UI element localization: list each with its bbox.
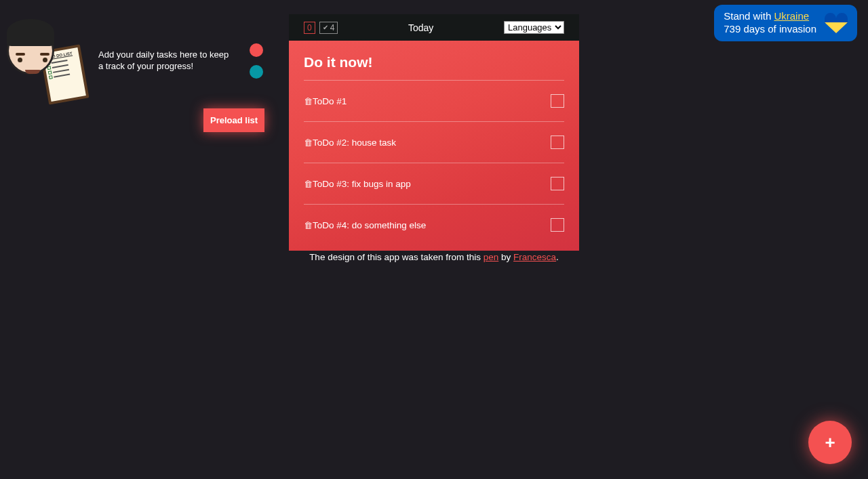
date-label: Today [408, 22, 433, 33]
trash-icon[interactable]: 🗑 [304, 96, 313, 106]
todo-checkbox[interactable] [551, 177, 564, 190]
card-title: Do it now! [304, 54, 564, 70]
todo-count-badge: ✔ 4 [319, 22, 338, 34]
ukraine-heart-icon [825, 13, 848, 33]
credit-pen-link[interactable]: pen [484, 252, 499, 262]
todo-text: ToDo #4: do something else [313, 220, 426, 230]
ukraine-line1: Stand with Ukraine [724, 10, 816, 23]
credit-line: The design of this app was taken from th… [289, 252, 579, 262]
trash-icon[interactable]: 🗑 [304, 138, 313, 148]
check-icon: ✔ [323, 24, 328, 31]
card-body: Do it now! 🗑ToDo #1 🗑ToDo #2: house task… [289, 41, 579, 251]
theme-teal-dot[interactable] [250, 65, 263, 79]
trash-icon[interactable]: 🗑 [304, 179, 313, 189]
todo-item: 🗑ToDo #2: house task [304, 121, 564, 163]
todo-item: 🗑ToDo #3: fix bugs in app [304, 163, 564, 204]
plus-icon: + [825, 434, 835, 451]
todo-text: ToDo #3: fix bugs in app [313, 179, 411, 189]
trash-icon[interactable]: 🗑 [304, 220, 313, 230]
done-count-badge: 0 [304, 22, 315, 34]
todo-checkbox[interactable] [551, 218, 564, 232]
todo-checkbox[interactable] [551, 136, 564, 149]
todo-text: ToDo #2: house task [313, 138, 396, 148]
ukraine-line2: 739 days of invasion [724, 23, 816, 36]
header-left: TO DO LIST Add your daily tasks here to … [7, 20, 263, 102]
todo-text: ToDo #1 [313, 96, 347, 106]
avatar-notepad: TO DO LIST [7, 20, 88, 102]
theme-switcher [250, 43, 263, 79]
card-topbar: 0 ✔ 4 Today Languages [289, 14, 579, 41]
credit-author-link[interactable]: Francesca [513, 252, 556, 262]
todo-item: 🗑ToDo #4: do something else [304, 204, 564, 243]
count-badges: 0 ✔ 4 [304, 22, 338, 34]
ukraine-banner: Stand with Ukraine 739 days of invasion [714, 5, 857, 41]
add-task-fab[interactable]: + [808, 421, 852, 464]
preload-list-button[interactable]: Preload list [203, 108, 264, 132]
language-select[interactable]: Languages [504, 21, 564, 34]
todo-item: 🗑ToDo #1 [304, 80, 564, 121]
ukraine-link[interactable]: Ukraine [774, 10, 809, 22]
intro-text: Add your daily tasks here to keep a trac… [98, 49, 234, 72]
todo-checkbox[interactable] [551, 94, 564, 108]
theme-red-dot[interactable] [250, 43, 263, 57]
todo-card: 0 ✔ 4 Today Languages Do it now! 🗑ToDo #… [289, 14, 579, 251]
